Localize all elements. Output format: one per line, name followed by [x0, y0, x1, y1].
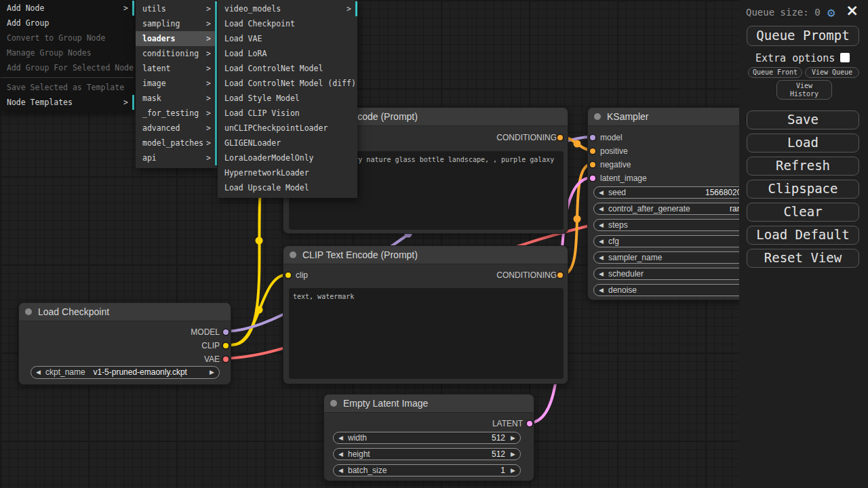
- clear-button[interactable]: Clear: [747, 203, 859, 222]
- menu-item-load-controlnet-model[interactable]: Load ControlNet Model: [218, 61, 357, 76]
- close-icon[interactable]: ×: [846, 1, 859, 19]
- load-default-button[interactable]: Load Default: [747, 226, 859, 245]
- submenu-arrow-icon: >: [206, 16, 211, 31]
- menu-item-for-testing[interactable]: _for_testing>: [136, 106, 217, 121]
- increment-arrow-icon[interactable]: ▶: [511, 432, 515, 443]
- output-slot-conditioning[interactable]: [557, 272, 563, 278]
- decrement-arrow-icon[interactable]: ◀: [599, 252, 604, 263]
- input-slot-positive[interactable]: [590, 148, 595, 154]
- node-title-bar[interactable]: CLIP Text Encode (Prompt): [283, 246, 568, 264]
- decrement-arrow-icon[interactable]: ◀: [599, 285, 604, 296]
- menu-item-model-patches[interactable]: model_patches>: [136, 136, 217, 150]
- node-clip-text-encode-2[interactable]: CLIP Text Encode (Prompt) clip CONDITION…: [283, 245, 568, 384]
- decrement-arrow-icon[interactable]: ◀: [338, 449, 343, 460]
- output-slot-conditioning[interactable]: [557, 135, 563, 140]
- input-slot-latent-image[interactable]: [590, 176, 595, 181]
- view-queue-button[interactable]: View Queue: [805, 67, 859, 78]
- prev-arrow-icon[interactable]: ◀: [36, 367, 41, 378]
- width-widget[interactable]: ◀ width 512 ▶: [333, 432, 521, 444]
- batch-size-widget[interactable]: ◀ batch_size 1 ▶: [333, 464, 521, 476]
- decrement-arrow-icon[interactable]: ◀: [599, 268, 604, 279]
- menu-item-latent[interactable]: latent>: [136, 61, 217, 76]
- node-empty-latent-image[interactable]: Empty Latent Image LATENT ◀ width 512 ▶ …: [323, 394, 534, 481]
- increment-arrow-icon[interactable]: ▶: [511, 449, 515, 460]
- menu-item-label: Load ControlNet Model (diff): [224, 79, 356, 88]
- menu-item-label: Add Node: [7, 3, 44, 13]
- next-arrow-icon[interactable]: ▶: [210, 367, 214, 378]
- reset-view-button[interactable]: Reset View: [747, 249, 859, 268]
- menu-item-advanced[interactable]: advanced>: [136, 121, 217, 136]
- menu-item-load-vae[interactable]: Load VAE: [218, 31, 357, 46]
- menu-item-conditioning[interactable]: conditioning>: [136, 46, 217, 61]
- menu-item-lora-loader-model-only[interactable]: LoraLoaderModelOnly: [218, 150, 357, 165]
- decrement-arrow-icon[interactable]: ◀: [599, 236, 604, 247]
- output-slot-clip[interactable]: [223, 343, 229, 348]
- decrement-arrow-icon[interactable]: ◀: [338, 465, 343, 476]
- menu-item-image[interactable]: image>: [136, 76, 217, 91]
- menu-item-load-clip-vision[interactable]: Load CLIP Vision: [218, 106, 357, 121]
- menu-item-load-style-model[interactable]: Load Style Model: [218, 91, 357, 106]
- ckpt-name-widget[interactable]: ◀ ckpt_name v1-5-pruned-emaonly.ckpt ▶: [31, 366, 220, 379]
- menu-item-node-templates[interactable]: Node Templates >: [0, 95, 134, 110]
- menu-item-mask[interactable]: mask>: [136, 91, 217, 106]
- submenu-arrow-icon: >: [206, 121, 211, 136]
- menu-item-load-upscale-model[interactable]: Load Upscale Model: [218, 180, 357, 195]
- menu-item-label: Load VAE: [224, 34, 262, 43]
- output-slot-latent[interactable]: [527, 421, 532, 426]
- settings-gear-icon[interactable]: ⚙: [827, 5, 835, 20]
- extra-options-checkbox[interactable]: [840, 53, 850, 62]
- input-slot-model[interactable]: [590, 135, 595, 140]
- collapse-dot-icon[interactable]: [594, 113, 601, 120]
- collapse-dot-icon[interactable]: [290, 251, 296, 258]
- prompt-textarea[interactable]: text, watermark: [289, 288, 564, 379]
- menu-item-label: Node Templates: [7, 98, 73, 107]
- menu-item-label: Load Upscale Model: [224, 183, 309, 192]
- node-category-menu: utils> sampling> loaders> conditioning> …: [136, 0, 217, 168]
- output-slot-label: VAE: [204, 354, 220, 364]
- input-slot-label: latent_image: [600, 174, 647, 183]
- clipspace-button[interactable]: Clipspace: [747, 180, 859, 199]
- menu-item-load-controlnet-model-diff[interactable]: Load ControlNet Model (diff): [218, 76, 357, 91]
- node-title-bar[interactable]: Load Checkpoint: [19, 303, 231, 321]
- menu-item-api[interactable]: api>: [136, 150, 217, 165]
- menu-item-utils[interactable]: utils>: [136, 1, 217, 16]
- node-title-bar[interactable]: Empty Latent Image: [324, 394, 534, 413]
- refresh-button[interactable]: Refresh: [747, 157, 859, 176]
- load-button[interactable]: Load: [747, 134, 859, 152]
- node-load-checkpoint[interactable]: Load Checkpoint MODEL CLIP VAE ◀ ckpt_na…: [18, 302, 231, 385]
- output-slot-vae[interactable]: [223, 357, 229, 362]
- decrement-arrow-icon[interactable]: ◀: [338, 432, 343, 443]
- decrement-arrow-icon[interactable]: ◀: [599, 220, 604, 230]
- menu-item-add-group[interactable]: Add Group: [0, 16, 134, 30]
- collapse-dot-icon[interactable]: [25, 308, 32, 315]
- submenu-arrow-icon: >: [123, 95, 128, 110]
- view-history-button[interactable]: View History: [776, 80, 832, 100]
- queue-front-button[interactable]: Queue Front: [748, 67, 802, 78]
- collapse-dot-icon[interactable]: [330, 400, 337, 407]
- menu-item-add-node[interactable]: Add Node >: [0, 1, 134, 16]
- input-slot-negative[interactable]: [590, 162, 595, 167]
- menu-item-label: unCLIPCheckpointLoader: [224, 123, 328, 133]
- widget-label: width: [348, 432, 367, 444]
- menu-item-load-checkpoint[interactable]: Load Checkpoint: [218, 16, 357, 31]
- menu-item-sampling[interactable]: sampling>: [136, 16, 217, 31]
- menu-item-load-lora[interactable]: Load LoRA: [218, 46, 357, 61]
- input-slot-clip[interactable]: [285, 272, 291, 278]
- menu-item-label: video_models: [224, 4, 281, 14]
- menu-item-hypernetwork-loader[interactable]: HypernetworkLoader: [218, 165, 357, 180]
- increment-arrow-icon[interactable]: ▶: [511, 465, 515, 476]
- submenu-arrow-icon: >: [206, 91, 211, 106]
- save-button[interactable]: Save: [747, 110, 859, 129]
- queue-prompt-button[interactable]: Queue Prompt: [747, 26, 859, 46]
- menu-item-gligen-loader[interactable]: GLIGENLoader: [218, 136, 357, 150]
- height-widget[interactable]: ◀ height 512 ▶: [333, 448, 521, 460]
- menu-item-loaders[interactable]: loaders>: [136, 31, 217, 46]
- decrement-arrow-icon[interactable]: ◀: [599, 203, 604, 214]
- widget-label: denoise: [608, 285, 637, 296]
- menu-item-unclip-checkpoint-loader[interactable]: unCLIPCheckpointLoader: [218, 121, 357, 136]
- extra-options-label: Extra options: [755, 52, 835, 64]
- output-slot-model[interactable]: [223, 329, 229, 335]
- decrement-arrow-icon[interactable]: ◀: [599, 187, 604, 198]
- comfyui-canvas[interactable]: CLIP Text Encode (Prompt) clip CONDITION…: [0, 0, 868, 488]
- menu-item-video-models[interactable]: video_models>: [218, 1, 357, 16]
